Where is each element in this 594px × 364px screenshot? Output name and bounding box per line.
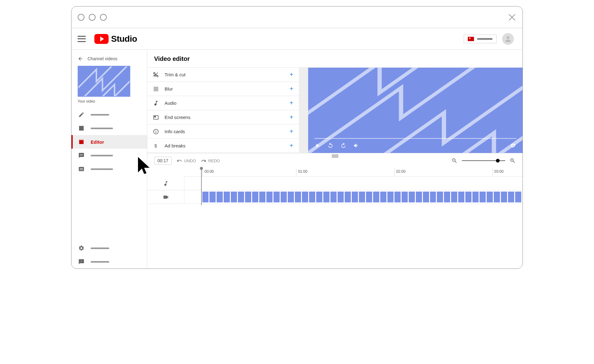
sidebar-item-settings[interactable] xyxy=(71,241,147,255)
clip-segment[interactable] xyxy=(273,192,280,202)
clip-segment[interactable] xyxy=(217,192,223,202)
clip-segment[interactable] xyxy=(494,192,500,202)
video-track[interactable] xyxy=(147,190,523,204)
clip-segment[interactable] xyxy=(252,192,258,202)
video-clips[interactable] xyxy=(202,192,521,202)
clip-segment[interactable] xyxy=(266,192,273,202)
plus-icon[interactable]: + xyxy=(290,99,293,107)
svg-rect-3 xyxy=(154,116,156,117)
nav-label-stub xyxy=(91,128,113,129)
undo-button[interactable]: UNDO xyxy=(177,158,196,163)
menu-icon[interactable] xyxy=(78,36,86,42)
tool-ad-breaks[interactable]: $ Ad breaks + xyxy=(147,139,299,153)
drag-handle-icon[interactable] xyxy=(332,154,338,156)
clip-segment[interactable] xyxy=(338,192,344,202)
clip-segment[interactable] xyxy=(501,192,507,202)
nav-label-stub xyxy=(91,168,113,170)
clip-segment[interactable] xyxy=(373,192,379,202)
clip-segment[interactable] xyxy=(487,192,493,202)
replay-10-icon[interactable] xyxy=(327,142,334,149)
forward-10-icon[interactable] xyxy=(340,142,346,149)
clip-segment[interactable] xyxy=(444,192,450,202)
plus-icon[interactable]: + xyxy=(290,85,293,92)
zoom-slider[interactable] xyxy=(462,160,505,161)
clip-segment[interactable] xyxy=(508,192,514,202)
video-thumbnail[interactable] xyxy=(78,66,130,97)
sidebar-item-editor[interactable]: Editor xyxy=(71,135,147,149)
redo-button[interactable]: REDO xyxy=(201,158,220,163)
create-button[interactable]: + xyxy=(464,35,497,43)
sidebar-item-feedback[interactable] xyxy=(71,255,147,269)
tool-trim-cut[interactable]: Trim & cut + xyxy=(147,68,299,82)
tool-audio[interactable]: Audio + xyxy=(147,96,299,110)
your-video-label: Your video xyxy=(78,99,147,104)
undo-label: UNDO xyxy=(184,159,196,163)
sidebar-item-analytics[interactable] xyxy=(71,121,147,135)
account-avatar[interactable] xyxy=(502,33,514,45)
audio-track[interactable] xyxy=(147,177,523,190)
tool-info-cards[interactable]: Info cards + xyxy=(147,125,299,139)
settings-icon[interactable] xyxy=(510,142,516,149)
clip-segment[interactable] xyxy=(458,192,464,202)
clip-segment[interactable] xyxy=(224,192,230,202)
clip-segment[interactable] xyxy=(480,192,486,202)
clip-segment[interactable] xyxy=(515,192,521,202)
clip-segment[interactable] xyxy=(281,192,287,202)
clip-segment[interactable] xyxy=(245,192,251,202)
sidebar-item-details[interactable] xyxy=(71,108,147,121)
close-icon[interactable] xyxy=(508,13,516,22)
brand-logo[interactable]: Studio xyxy=(94,34,137,44)
clip-segment[interactable] xyxy=(472,192,479,202)
clip-segment[interactable] xyxy=(259,192,265,202)
clip-segment[interactable] xyxy=(387,192,394,202)
create-label-stub xyxy=(477,38,493,40)
timeline-ruler[interactable]: 00:00 01:00 02:00 03:00 xyxy=(184,168,523,177)
clip-segment[interactable] xyxy=(288,192,294,202)
plus-icon[interactable]: + xyxy=(290,114,293,121)
feedback-icon xyxy=(78,259,84,265)
clip-segment[interactable] xyxy=(231,192,237,202)
clip-segment[interactable] xyxy=(451,192,457,202)
clip-segment[interactable] xyxy=(309,192,315,202)
window-control-dot[interactable] xyxy=(78,14,84,21)
current-time[interactable]: 00:17 xyxy=(154,157,172,165)
clip-segment[interactable] xyxy=(202,192,209,202)
clip-segment[interactable] xyxy=(359,192,365,202)
clip-segment[interactable] xyxy=(323,192,329,202)
zoom-out-icon[interactable] xyxy=(451,158,458,164)
playhead[interactable] xyxy=(201,168,202,205)
clip-segment[interactable] xyxy=(366,192,372,202)
clip-segment[interactable] xyxy=(238,192,244,202)
clip-segment[interactable] xyxy=(423,192,429,202)
window-control-dot[interactable] xyxy=(100,14,107,21)
clip-segment[interactable] xyxy=(416,192,422,202)
plus-icon[interactable]: + xyxy=(290,128,293,135)
window-control-dot[interactable] xyxy=(89,14,96,21)
sidebar-item-comments[interactable] xyxy=(71,149,147,162)
clip-segment[interactable] xyxy=(352,192,358,202)
clip-segment[interactable] xyxy=(394,192,401,202)
clip-segment[interactable] xyxy=(345,192,351,202)
clip-segment[interactable] xyxy=(316,192,322,202)
volume-icon[interactable] xyxy=(353,142,359,149)
tool-end-screens[interactable]: End screens + xyxy=(147,110,299,125)
video-preview[interactable] xyxy=(308,68,523,153)
clip-segment[interactable] xyxy=(437,192,443,202)
clip-segment[interactable] xyxy=(295,192,301,202)
back-to-channel-videos[interactable]: Channel videos xyxy=(71,54,147,66)
clip-segment[interactable] xyxy=(402,192,408,202)
tool-blur[interactable]: Blur + xyxy=(147,82,299,96)
clip-segment[interactable] xyxy=(409,192,415,202)
progress-bar[interactable] xyxy=(314,138,516,139)
clip-segment[interactable] xyxy=(380,192,386,202)
play-icon[interactable] xyxy=(314,142,321,149)
clip-segment[interactable] xyxy=(465,192,471,202)
clip-segment[interactable] xyxy=(302,192,308,202)
sidebar-item-subtitles[interactable] xyxy=(71,162,147,176)
clip-segment[interactable] xyxy=(209,192,216,202)
zoom-in-icon[interactable] xyxy=(510,158,516,164)
plus-icon[interactable]: + xyxy=(290,142,293,149)
clip-segment[interactable] xyxy=(330,192,337,202)
plus-icon[interactable]: + xyxy=(290,71,293,78)
clip-segment[interactable] xyxy=(430,192,436,202)
